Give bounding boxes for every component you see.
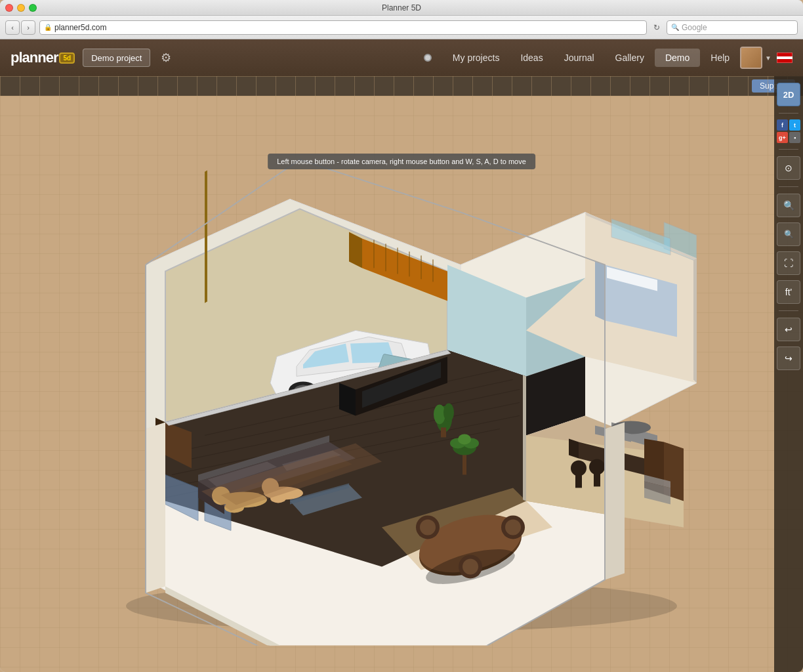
user-dropdown-arrow[interactable]: ▼ xyxy=(765,54,772,62)
right-sidebar: 2D f t g+ ▪ ⊙ xyxy=(774,76,803,672)
svg-rect-6 xyxy=(205,170,207,303)
zoom-out-icon: 🔍 xyxy=(784,230,794,239)
maximize-button[interactable] xyxy=(29,4,37,12)
nav-links: My projects Ideas Journal Gallery Demo H… xyxy=(442,49,740,67)
svg-point-93 xyxy=(571,460,587,476)
nav-journal[interactable]: Journal xyxy=(554,49,605,67)
redo-icon: ↪ xyxy=(785,353,793,364)
svg-marker-104 xyxy=(693,258,697,383)
nav-ideas[interactable]: Ideas xyxy=(510,49,553,67)
tool-divider-3 xyxy=(779,186,798,187)
language-flag[interactable] xyxy=(777,52,793,63)
svg-marker-39 xyxy=(569,438,579,458)
svg-rect-94 xyxy=(575,474,582,488)
app-container: planner 5d Demo project ⚙ My projects Id… xyxy=(0,39,803,672)
close-button[interactable] xyxy=(5,4,13,12)
nav-indicator-dot[interactable] xyxy=(424,54,432,62)
svg-marker-101 xyxy=(605,422,625,579)
project-name: Demo project xyxy=(91,53,142,63)
tool-divider-2 xyxy=(779,149,798,150)
camera-icon: ⊙ xyxy=(785,163,793,173)
social-row-2: g+ ▪ xyxy=(777,132,800,143)
measure-button[interactable]: ft' xyxy=(777,280,800,304)
svg-rect-57 xyxy=(441,427,446,437)
svg-point-72 xyxy=(420,519,436,535)
screenshot-button[interactable]: ⊙ xyxy=(777,156,800,180)
house-3d-view xyxy=(106,133,697,645)
zoom-out-button[interactable]: 🔍 xyxy=(777,222,800,246)
twitter-button[interactable]: t xyxy=(789,119,800,131)
tool-divider-4 xyxy=(779,310,798,311)
main-view[interactable]: Support Left mouse button - rotate camer… xyxy=(0,76,803,672)
nav-my-projects[interactable]: My projects xyxy=(442,49,510,67)
zoom-in-button[interactable]: 🔍 xyxy=(777,194,800,217)
browser-title: Planner 5D xyxy=(382,3,421,12)
nav-demo[interactable]: Demo xyxy=(655,49,700,67)
svg-point-62 xyxy=(458,434,471,444)
app-header: planner 5d Demo project ⚙ My projects Id… xyxy=(0,39,803,76)
tooltip-bar: Left mouse button - rotate camera, right… xyxy=(268,154,535,169)
svg-point-56 xyxy=(443,403,454,421)
zoom-in-icon: 🔍 xyxy=(783,200,794,211)
secure-icon: 🔒 xyxy=(44,24,52,31)
svg-marker-30 xyxy=(595,261,605,320)
nav-arrows: ‹ › xyxy=(5,20,35,35)
logo-badge: 5d xyxy=(59,52,75,64)
address-bar[interactable]: 🔒 planner5d.com xyxy=(39,20,647,35)
settings-button[interactable]: ⚙ xyxy=(155,47,176,68)
2d-label: 2D xyxy=(783,90,794,100)
tooltip-text: Left mouse button - rotate camera, right… xyxy=(277,158,526,165)
fullscreen-button[interactable]: ⛶ xyxy=(777,251,800,275)
svg-point-76 xyxy=(463,558,478,574)
svg-marker-105 xyxy=(523,375,526,501)
logo-area: planner 5d xyxy=(10,49,75,66)
google-plus-button[interactable]: g+ xyxy=(777,132,788,143)
facebook-button[interactable]: f xyxy=(777,119,788,131)
avatar-image xyxy=(741,48,761,68)
logo-text: planner xyxy=(10,49,58,66)
undo-button[interactable]: ↩ xyxy=(777,318,800,341)
svg-marker-99 xyxy=(146,422,165,593)
social-buttons: f t g+ ▪ xyxy=(777,119,800,144)
svg-rect-96 xyxy=(594,473,600,486)
browser-titlebar: Planner 5D xyxy=(0,0,803,16)
forward-button[interactable]: › xyxy=(21,20,35,35)
fullscreen-icon: ⛶ xyxy=(784,258,793,268)
browser-window-controls xyxy=(5,4,37,12)
nav-help[interactable]: Help xyxy=(700,49,740,67)
refresh-button[interactable]: ↻ xyxy=(651,22,663,33)
gear-icon: ⚙ xyxy=(161,51,171,65)
address-text: planner5d.com xyxy=(54,23,106,32)
toggle-2d-button[interactable]: 2D xyxy=(777,83,800,106)
search-placeholder: Google xyxy=(682,23,707,32)
measure-icon: ft' xyxy=(785,287,792,297)
browser-toolbar: ‹ › 🔒 planner5d.com ↻ 🔍 Google xyxy=(0,16,803,39)
project-name-area[interactable]: Demo project xyxy=(83,49,150,67)
extra-social-button[interactable]: ▪ xyxy=(789,132,800,143)
social-row-1: f t xyxy=(777,119,800,131)
back-button[interactable]: ‹ xyxy=(5,20,20,35)
user-avatar[interactable] xyxy=(740,47,762,69)
browser-frame: Planner 5D ‹ › 🔒 planner5d.com ↻ 🔍 Googl… xyxy=(0,0,803,672)
minimize-button[interactable] xyxy=(17,4,25,12)
undo-icon: ↩ xyxy=(785,324,793,335)
redo-button[interactable]: ↪ xyxy=(777,346,800,370)
search-bar[interactable]: 🔍 Google xyxy=(667,20,798,35)
nav-gallery[interactable]: Gallery xyxy=(605,49,655,67)
svg-point-74 xyxy=(505,519,521,535)
svg-point-95 xyxy=(589,459,605,474)
search-icon: 🔍 xyxy=(671,24,679,31)
tool-divider-1 xyxy=(779,113,798,114)
